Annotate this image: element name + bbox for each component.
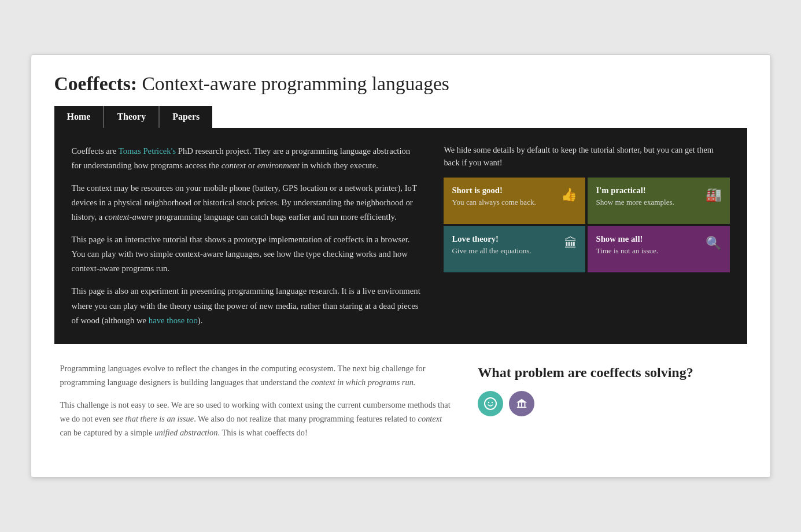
option-showall-title: Show me all! — [596, 234, 700, 244]
search-icon: 🔍 — [706, 235, 722, 251]
bank-icon — [515, 397, 528, 410]
option-short-desc: You can always come back. — [452, 197, 556, 208]
tab-theory[interactable]: Theory — [104, 106, 160, 128]
svg-marker-7 — [516, 398, 527, 402]
option-practical[interactable]: I'm practical! Show me more examples. 🏭 — [588, 178, 729, 224]
author-link[interactable]: Tomas Petricek's — [119, 146, 176, 156]
svg-rect-5 — [521, 402, 522, 407]
below-left: Programming languages evolve to reflect … — [60, 361, 455, 448]
below-heading: What problem are coeffects solving? — [478, 364, 741, 382]
tab-home[interactable]: Home — [54, 106, 105, 128]
option-practical-title: I'm practical! — [596, 186, 700, 195]
svg-point-1 — [488, 402, 489, 403]
option-theory-title: Love theory! — [452, 234, 560, 244]
icon-row — [478, 391, 741, 416]
below-para-2: This challenge is not easy to see. We ar… — [60, 398, 455, 440]
title-rest: Context-aware programming languages — [137, 73, 449, 94]
option-short-title: Short is good! — [452, 186, 556, 195]
smiley-icon-circle[interactable] — [478, 391, 503, 416]
hero-para-2: The context may be resources on your mob… — [72, 181, 421, 224]
option-showall-text: Show me all! Time is not an issue. — [596, 234, 700, 256]
svg-point-2 — [492, 402, 493, 403]
page-container: Coeffects: Context-aware programming lan… — [31, 54, 771, 478]
below-para-1: Programming languages evolve to reflect … — [60, 361, 455, 390]
page-title: Coeffects: Context-aware programming lan… — [54, 72, 747, 95]
svg-point-0 — [485, 398, 496, 409]
hero-para-3: This page is an interactive tutorial tha… — [72, 232, 421, 276]
smiley-icon — [483, 397, 497, 411]
svg-rect-6 — [525, 402, 526, 407]
hero-section: Coeffects are Tomas Petricek's PhD resea… — [54, 128, 747, 343]
option-short[interactable]: Short is good! You can always come back.… — [444, 178, 585, 224]
hero-right-intro: We hide some details by default to keep … — [444, 144, 729, 169]
hero-para-1: Coeffects are Tomas Petricek's PhD resea… — [72, 144, 421, 173]
factory-icon: 🏭 — [706, 187, 722, 202]
below-right: What problem are coeffects solving? — [478, 361, 741, 448]
tab-papers[interactable]: Papers — [160, 106, 212, 128]
bank-icon-circle[interactable] — [509, 391, 534, 416]
hero-right: We hide some details by default to keep … — [444, 144, 729, 327]
option-theory-text: Love theory! Give me all the equations. — [452, 234, 560, 256]
have-those-too-link[interactable]: have those too — [149, 316, 198, 325]
below-section: Programming languages evolve to reflect … — [54, 344, 747, 454]
svg-rect-4 — [518, 402, 519, 407]
option-showall-desc: Time is not an issue. — [596, 246, 700, 256]
svg-rect-3 — [517, 407, 527, 408]
nav-tabs: Home Theory Papers — [54, 106, 747, 128]
option-short-text: Short is good! You can always come back. — [452, 186, 556, 208]
option-grid: Short is good! You can always come back.… — [444, 178, 729, 272]
option-theory-desc: Give me all the equations. — [452, 246, 560, 256]
thumbs-up-icon: 👍 — [561, 187, 577, 202]
hero-para-4: This page is also an experiment in prese… — [72, 284, 421, 327]
option-practical-desc: Show me more examples. — [596, 197, 700, 208]
columns-icon: 🏛 — [564, 235, 577, 251]
title-bold: Coeffects: — [54, 73, 138, 94]
option-theory[interactable]: Love theory! Give me all the equations. … — [444, 226, 585, 272]
hero-left: Coeffects are Tomas Petricek's PhD resea… — [72, 144, 421, 327]
option-showall[interactable]: Show me all! Time is not an issue. 🔍 — [588, 226, 729, 272]
option-practical-text: I'm practical! Show me more examples. — [596, 186, 700, 208]
